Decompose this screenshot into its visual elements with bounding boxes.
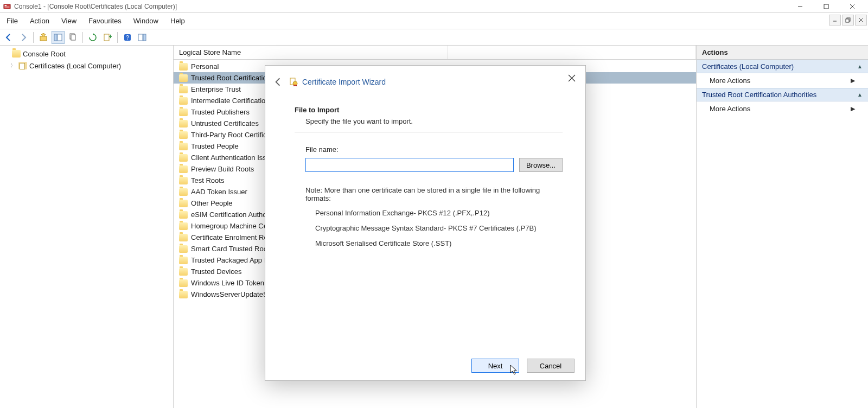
svg-rect-2 [5, 7, 10, 8]
format-list: Personal Information Exchange- PKCS #12 … [305, 202, 563, 251]
window-maximize-button[interactable] [814, 0, 839, 13]
actions-more-actions-2[interactable]: More Actions ▶ [697, 101, 868, 116]
folder-icon [179, 74, 188, 82]
format-item: Personal Information Exchange- PKCS #12 … [315, 206, 563, 221]
svg-rect-9 [846, 19, 849, 22]
folder-icon [179, 143, 188, 150]
show-hide-action-pane-button[interactable] [136, 31, 149, 44]
menu-action[interactable]: Action [24, 15, 55, 27]
action-item-label: More Actions [710, 105, 750, 113]
svg-rect-17 [104, 34, 109, 41]
menu-file[interactable]: File [1, 15, 23, 27]
actions-section-header-1[interactable]: Certificates (Local Computer) ▲ [697, 60, 868, 73]
list-item-label: Other People [191, 199, 233, 207]
help-button[interactable]: ? [121, 31, 134, 44]
folder-icon [179, 63, 188, 71]
collapse-up-icon: ▲ [857, 63, 863, 69]
format-item: Cryptographic Message Syntax Standard- P… [315, 221, 563, 236]
menu-window[interactable]: Window [128, 15, 164, 27]
refresh-button[interactable] [86, 31, 99, 44]
collapse-up-icon: ▲ [857, 92, 863, 98]
tree-child-label: Certificates (Local Computer) [29, 62, 121, 70]
folder-icon [179, 154, 188, 162]
tree-root-label: Console Root [23, 50, 66, 58]
folder-icon [179, 222, 188, 230]
title-bar: Console1 - [Console Root\Certificates (L… [0, 0, 868, 13]
browse-button[interactable]: Browse... [519, 158, 563, 172]
actions-more-actions-1[interactable]: More Actions ▶ [697, 73, 868, 88]
svg-rect-4 [824, 4, 828, 9]
folder-icon [12, 50, 21, 58]
tree-child-row[interactable]: 〉 Certificates (Local Computer) [0, 60, 173, 72]
dialog-subheading: Specify the file you want to import. [295, 117, 563, 125]
actions-section-header-2[interactable]: Trusted Root Certification Authorities ▲ [697, 88, 868, 101]
list-column-header[interactable]: Logical Store Name [174, 46, 448, 59]
list-column-header-2[interactable] [448, 46, 696, 59]
folder-icon [179, 86, 188, 93]
tree-expand-icon[interactable]: 〉 [10, 62, 16, 69]
actions-pane: Actions Certificates (Local Computer) ▲ … [697, 46, 868, 408]
svg-rect-13 [54, 34, 57, 41]
folder-icon [179, 200, 188, 207]
show-hide-tree-button[interactable] [52, 31, 65, 44]
up-button[interactable] [37, 31, 50, 44]
folder-icon [179, 268, 188, 276]
mdi-restore-button[interactable] [842, 15, 854, 25]
actions-pane-title: Actions [697, 46, 868, 60]
list-item-label: Enterprise Trust [191, 85, 241, 93]
file-name-input[interactable] [305, 158, 514, 172]
folder-icon [179, 97, 188, 105]
toolbar-separator [33, 32, 34, 43]
folder-icon [179, 245, 188, 253]
window-minimize-button[interactable] [788, 0, 813, 13]
menu-bar: File Action View Favourites Window Help [0, 13, 868, 29]
list-item-label: Smart Card Trusted Roots [191, 245, 273, 253]
menu-view[interactable]: View [56, 15, 82, 27]
certificate-store-icon [18, 62, 27, 69]
list-item-label: Preview Build Roots [191, 165, 254, 173]
window-title: Console1 - [Console Root\Certificates (L… [14, 3, 788, 10]
list-item-label: Test Roots [191, 176, 224, 184]
dialog-title: Certificate Import Wizard [302, 78, 386, 86]
dialog-back-button[interactable] [273, 77, 283, 87]
back-button[interactable] [2, 31, 15, 44]
list-item-label: Trusted Publishers [191, 108, 250, 116]
menu-favourites[interactable]: Favourites [83, 15, 127, 27]
toolbar-separator [82, 32, 83, 43]
folder-icon [179, 279, 188, 287]
list-item-label: Untrusted Certificates [191, 119, 259, 127]
submenu-arrow-icon: ▶ [851, 77, 855, 84]
dialog-close-button[interactable] [564, 70, 580, 86]
note-text: Note: More than one certificate can be s… [305, 186, 563, 202]
forward-button[interactable] [17, 31, 30, 44]
tree-pane: Console Root 〉 Certificates (Local Compu… [0, 46, 174, 408]
svg-rect-1 [5, 5, 7, 6]
svg-rect-12 [40, 36, 47, 41]
toolbar: ? [0, 29, 868, 46]
dialog-separator [295, 132, 563, 132]
mdi-minimize-button[interactable] [829, 15, 841, 25]
actions-section-label: Trusted Root Certification Authorities [702, 91, 816, 99]
copy-button[interactable] [66, 31, 79, 44]
svg-text:?: ? [126, 35, 129, 41]
svg-rect-14 [58, 34, 62, 41]
window-close-button[interactable] [840, 0, 865, 13]
mdi-close-button[interactable] [855, 15, 867, 25]
list-item-label: AAD Token Issuer [191, 188, 247, 196]
action-item-label: More Actions [710, 76, 750, 85]
toolbar-separator [117, 32, 118, 43]
tree-root-row[interactable]: Console Root [0, 48, 173, 60]
next-button[interactable]: Next [471, 359, 519, 373]
list-item-label: Trusted Devices [191, 267, 241, 276]
folder-icon [179, 165, 188, 173]
actions-section-label: Certificates (Local Computer) [702, 62, 794, 71]
export-list-button[interactable] [101, 31, 114, 44]
certificate-wizard-icon [289, 78, 298, 86]
menu-help[interactable]: Help [165, 15, 190, 27]
cancel-button[interactable]: Cancel [527, 359, 575, 373]
svg-rect-20 [138, 34, 143, 41]
format-item: Microsoft Serialised Certificate Store (… [315, 236, 563, 251]
submenu-arrow-icon: ▶ [851, 105, 855, 112]
list-header-row: Logical Store Name [174, 46, 696, 60]
list-item-label: Personal [191, 62, 219, 71]
